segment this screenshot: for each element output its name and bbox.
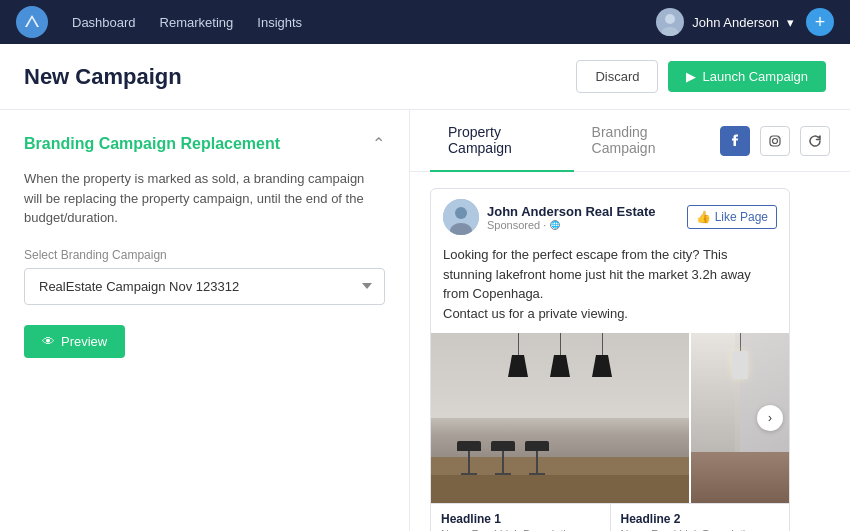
preview-button[interactable]: 👁 Preview [24, 325, 125, 358]
launch-campaign-button[interactable]: ▶ Launch Campaign [668, 61, 826, 92]
ad-sponsored-label: Sponsored · 🌐 [487, 219, 656, 231]
ad-brand: John Anderson Real Estate Sponsored · 🌐 [443, 199, 656, 235]
main-content: Branding Campaign Replacement ⌃ When the… [0, 110, 850, 531]
select-branding-label: Select Branding Campaign [24, 248, 385, 262]
header-actions: Discard ▶ Launch Campaign [576, 60, 826, 93]
ad-brand-info: John Anderson Real Estate Sponsored · 🌐 [487, 204, 656, 231]
nav-dashboard[interactable]: Dashboard [72, 15, 136, 30]
collapse-icon[interactable]: ⌃ [372, 134, 385, 153]
discard-button[interactable]: Discard [576, 60, 658, 93]
kitchen-scene [431, 333, 689, 503]
left-panel-header: Branding Campaign Replacement ⌃ [24, 134, 385, 153]
branding-campaign-select[interactable]: RealEstate Campaign Nov 123312 [24, 268, 385, 305]
ad-body-text: Looking for the perfect escape from the … [431, 245, 789, 333]
user-menu[interactable]: John Anderson ▾ [656, 8, 794, 36]
nav-links: Dashboard Remarketing Insights [72, 15, 632, 30]
tabs-bar: Property Campaign Branding Campaign [410, 110, 850, 172]
right-panel: Property Campaign Branding Campaign [410, 110, 850, 531]
nav-insights[interactable]: Insights [257, 15, 302, 30]
like-icon: 👍 [696, 210, 711, 224]
ad-headlines: Headline 1 News Feed Link Description He… [431, 503, 789, 531]
like-page-label: Like Page [715, 210, 768, 224]
ad-main-image [431, 333, 689, 503]
user-name: John Anderson [692, 15, 779, 30]
ad-card-header: John Anderson Real Estate Sponsored · 🌐 … [431, 189, 789, 245]
navbar: Dashboard Remarketing Insights John Ande… [0, 0, 850, 44]
ad-headline-2: Headline 2 News Feed Link Description [611, 504, 790, 531]
headline-1-title: Headline 1 [441, 512, 600, 526]
svg-point-0 [665, 14, 675, 24]
add-button[interactable]: + [806, 8, 834, 36]
instagram-icon-button[interactable] [760, 126, 790, 156]
facebook-icon-button[interactable] [720, 126, 750, 156]
ad-brand-name: John Anderson Real Estate [487, 204, 656, 219]
preview-label: Preview [61, 334, 107, 349]
refresh-icon-button[interactable] [800, 126, 830, 156]
ad-images: › [431, 333, 789, 503]
left-panel-title: Branding Campaign Replacement [24, 135, 280, 153]
page-title: New Campaign [24, 64, 182, 90]
launch-label: Launch Campaign [702, 69, 808, 84]
ad-next-arrow[interactable]: › [757, 405, 783, 431]
left-panel: Branding Campaign Replacement ⌃ When the… [0, 110, 410, 531]
left-panel-description: When the property is marked as sold, a b… [24, 169, 385, 228]
svg-point-1 [661, 27, 679, 36]
page-header: New Campaign Discard ▶ Launch Campaign [0, 44, 850, 110]
ad-brand-avatar [443, 199, 479, 235]
app-logo [16, 6, 48, 38]
chevron-down-icon: ▾ [787, 15, 794, 30]
globe-icon: 🌐 [550, 220, 560, 230]
ad-preview-area: John Anderson Real Estate Sponsored · 🌐 … [410, 172, 850, 531]
ad-headline-1: Headline 1 News Feed Link Description [431, 504, 611, 531]
headline-2-title: Headline 2 [621, 512, 780, 526]
social-icon-group [720, 126, 830, 156]
navbar-right: John Anderson ▾ + [656, 8, 834, 36]
tab-property-campaign[interactable]: Property Campaign [430, 110, 574, 172]
preview-icon: 👁 [42, 334, 55, 349]
launch-icon: ▶ [686, 69, 696, 84]
avatar [656, 8, 684, 36]
ad-card: John Anderson Real Estate Sponsored · 🌐 … [430, 188, 790, 531]
tab-branding-campaign[interactable]: Branding Campaign [574, 110, 720, 172]
svg-point-6 [455, 207, 467, 219]
svg-point-4 [778, 137, 779, 138]
svg-point-3 [773, 138, 778, 143]
nav-remarketing[interactable]: Remarketing [160, 15, 234, 30]
like-page-button[interactable]: 👍 Like Page [687, 205, 777, 229]
